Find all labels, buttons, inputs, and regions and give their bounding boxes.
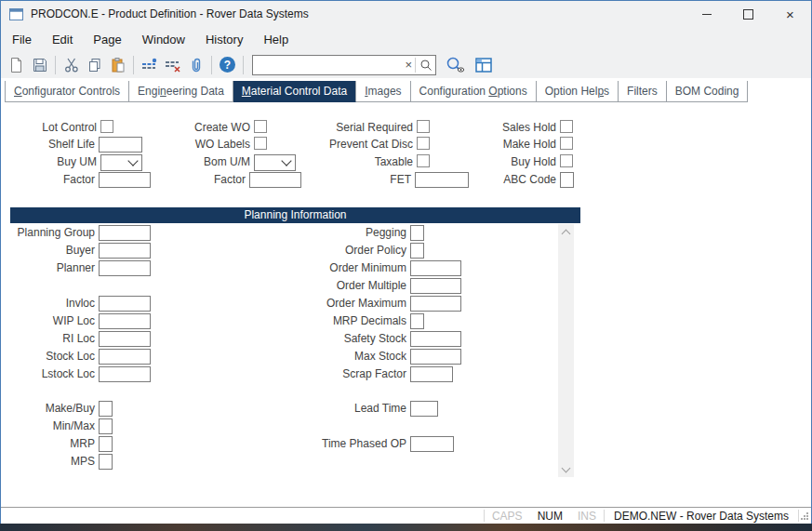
- taxable-label: Taxable: [375, 156, 413, 168]
- paste-icon[interactable]: [106, 53, 129, 76]
- abc-code-input[interactable]: [560, 172, 574, 188]
- cut-icon[interactable]: [60, 53, 83, 76]
- stock-loc-input[interactable]: [99, 349, 151, 365]
- order-policy-input[interactable]: [410, 243, 424, 259]
- new-document-icon[interactable]: [5, 53, 28, 76]
- tab-bom-coding[interactable]: BOM Coding: [667, 81, 749, 102]
- tab-configuration-options[interactable]: Configuration Options: [411, 81, 537, 102]
- invloc-input[interactable]: [99, 296, 151, 312]
- wip-loc-input[interactable]: [99, 313, 151, 329]
- toolbar: ? ×: [1, 51, 811, 78]
- find-record-icon[interactable]: [442, 53, 468, 76]
- field-mrp-decimals: MRP Decimals: [410, 313, 424, 329]
- max-stock-input[interactable]: [410, 349, 461, 365]
- wo-labels-checkbox[interactable]: [254, 137, 267, 150]
- order-maximum-input[interactable]: [410, 296, 461, 312]
- menu-window[interactable]: Window: [132, 29, 195, 50]
- make-hold-label: Make Hold: [503, 139, 556, 151]
- grid-delete-icon[interactable]: [161, 53, 184, 76]
- tab-configurator-controls[interactable]: Configurator Controls: [5, 81, 129, 102]
- factor-buy-input[interactable]: [99, 172, 151, 188]
- tab-images[interactable]: Images: [356, 81, 410, 102]
- tab-strip: Configurator Controls Engineering Data M…: [5, 81, 748, 102]
- make-buy-input[interactable]: [99, 401, 113, 417]
- grid-insert-icon[interactable]: [138, 53, 161, 76]
- menu-edit[interactable]: Edit: [42, 29, 83, 50]
- buyer-input[interactable]: [99, 243, 151, 259]
- field-serial-required: Serial Required: [417, 120, 430, 133]
- field-shelf-life: Shelf Life: [99, 137, 142, 153]
- time-phased-op-input[interactable]: [410, 436, 454, 452]
- order-minimum-input[interactable]: [410, 260, 461, 276]
- menu-file[interactable]: File: [2, 29, 42, 50]
- window-title: PRODCON.E - Product Definition - Rover D…: [31, 7, 309, 20]
- field-abc-code: ABC Code: [560, 172, 574, 188]
- menu-page[interactable]: Page: [83, 29, 131, 50]
- order-multiple-input[interactable]: [410, 278, 461, 294]
- layout-view-icon[interactable]: [472, 53, 495, 76]
- fet-input[interactable]: [415, 172, 469, 188]
- lstock-loc-input[interactable]: [99, 366, 151, 382]
- close-icon[interactable]: ×: [769, 1, 811, 27]
- planning-group-input[interactable]: [99, 225, 151, 241]
- ri-loc-input[interactable]: [99, 331, 151, 347]
- safety-stock-input[interactable]: [410, 331, 461, 347]
- tab-engineering-data[interactable]: Engineering Data: [129, 81, 233, 102]
- mps-input[interactable]: [99, 454, 113, 470]
- buy-hold-checkbox[interactable]: [560, 154, 573, 167]
- attach-icon[interactable]: [184, 53, 207, 76]
- factor-bom-input[interactable]: [249, 172, 301, 188]
- order-minimum-label: Order Minimum: [329, 262, 406, 274]
- tab-material-control-data[interactable]: Material Control Data: [233, 81, 356, 102]
- min-max-label: Min/Max: [53, 420, 95, 432]
- save-icon[interactable]: [28, 53, 51, 76]
- sales-hold-checkbox[interactable]: [560, 120, 573, 133]
- field-time-phased-op: Time Phased OP: [410, 436, 454, 452]
- shelf-life-input[interactable]: [99, 137, 142, 153]
- menu-help[interactable]: Help: [253, 29, 299, 50]
- field-max-stock: Max Stock: [410, 349, 461, 365]
- create-wo-checkbox[interactable]: [254, 120, 267, 133]
- serial-required-checkbox[interactable]: [417, 120, 430, 133]
- scrap-factor-input[interactable]: [410, 366, 453, 382]
- help-icon[interactable]: ?: [216, 53, 239, 76]
- field-mps: MPS: [99, 454, 113, 470]
- tab-option-helps[interactable]: Option Helps: [537, 81, 619, 102]
- copy-icon[interactable]: [83, 53, 106, 76]
- shelf-life-label: Shelf Life: [48, 139, 95, 151]
- ri-loc-label: RI Loc: [62, 333, 95, 345]
- vertical-scrollbar[interactable]: [558, 224, 574, 477]
- mrp-input[interactable]: [99, 436, 113, 452]
- app-icon: [9, 8, 23, 20]
- mrp-decimals-input[interactable]: [410, 313, 424, 329]
- field-make-buy: Make/Buy: [99, 401, 113, 417]
- prevent-cat-disc-checkbox[interactable]: [417, 137, 430, 150]
- field-bom-um: Bom U/M: [254, 154, 296, 171]
- pegging-input[interactable]: [410, 225, 424, 241]
- mrp-label: MRP: [70, 438, 95, 450]
- field-lstock-loc: Lstock Loc: [99, 366, 151, 382]
- session-context: DEMO.NEW - Rover Data Systems: [605, 510, 798, 523]
- min-max-input[interactable]: [99, 418, 113, 434]
- field-invloc: Invloc: [99, 296, 151, 312]
- tab-filters[interactable]: Filters: [619, 81, 667, 102]
- planner-input[interactable]: [99, 260, 151, 276]
- field-taxable: Taxable: [417, 154, 430, 167]
- search-clear-icon[interactable]: ×: [405, 58, 412, 72]
- resize-grip-icon[interactable]: [799, 511, 809, 521]
- lstock-loc-label: Lstock Loc: [42, 368, 95, 380]
- taxable-checkbox[interactable]: [417, 154, 430, 167]
- search-magnifier-icon[interactable]: [419, 59, 433, 75]
- make-hold-checkbox[interactable]: [560, 137, 573, 150]
- minimize-icon[interactable]: [686, 1, 727, 27]
- maximize-icon[interactable]: [727, 1, 769, 27]
- scroll-down-icon[interactable]: [558, 462, 574, 477]
- menu-history[interactable]: History: [195, 29, 253, 50]
- scrap-factor-label: Scrap Factor: [342, 368, 406, 380]
- lead-time-label: Lead Time: [354, 403, 406, 415]
- bom-um-select[interactable]: [254, 154, 296, 171]
- scroll-up-icon[interactable]: [558, 224, 574, 239]
- lot-control-checkbox[interactable]: [100, 120, 113, 133]
- buy-um-select[interactable]: [100, 154, 142, 171]
- lead-time-input[interactable]: [410, 401, 438, 417]
